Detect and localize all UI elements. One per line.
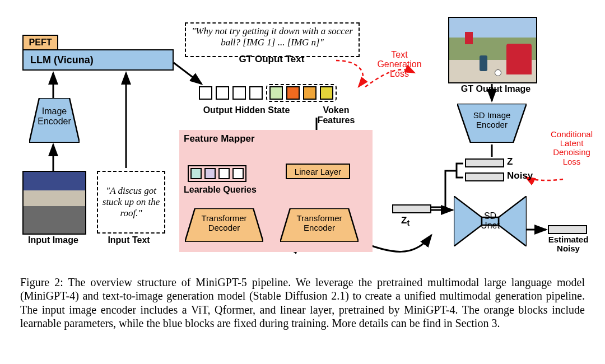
- gt-output-image-label: GT Ouput Image: [448, 84, 543, 94]
- image-encoder-label: Image Encoder: [32, 106, 76, 126]
- input-text-label: Input Text: [98, 235, 160, 245]
- learnable-queries: [188, 165, 246, 182]
- text-generation-loss-label: Text Generation Loss: [369, 50, 430, 78]
- gt-output-image: [448, 17, 537, 83]
- output-hidden-state-label: Output Hidden State: [190, 105, 302, 115]
- sd-unet-label: SD Unet: [469, 212, 511, 231]
- estimated-noisy-bar: [548, 225, 587, 234]
- input-text: "A discus got stuck up on the roof.": [97, 171, 165, 234]
- learnable-queries-label: Learable Queries: [184, 185, 257, 195]
- transformer-encoder-label: Transformer Encoder: [285, 214, 354, 232]
- voken-features-label: Voken Features: [311, 105, 361, 125]
- estimated-noisy-label: Estimated Noisy: [539, 235, 598, 253]
- input-image-label: Input Image: [20, 235, 87, 245]
- noisy-bar: [465, 172, 504, 181]
- figure-caption: Figure 2: The overview structure of Mini…: [20, 276, 585, 330]
- feature-mapper-title: Feature Mapper: [184, 133, 255, 144]
- gt-output-text: "Why not try getting it down with a socc…: [185, 22, 360, 57]
- z-bar: [465, 158, 504, 167]
- sd-image-encoder-label: SD Image Encoder: [459, 111, 524, 129]
- peft-badge: PEFT: [22, 35, 58, 50]
- conditional-loss-label: Conditional Latent Denoising Loss: [542, 130, 601, 166]
- zt-bar: [392, 204, 431, 213]
- z-label: Z: [507, 156, 513, 167]
- input-image: [22, 171, 86, 235]
- voken-group: [266, 84, 337, 102]
- linear-layer: Linear Layer: [286, 164, 350, 179]
- gt-output-text-label: GT Ouput Text: [199, 54, 345, 65]
- llm-block: LLM (Vicuna): [22, 49, 174, 71]
- transformer-decoder-label: Transformer Decoder: [189, 214, 259, 232]
- noisy-label: Noisy: [507, 170, 533, 181]
- zt-label: Zt: [401, 215, 409, 227]
- output-hidden-state: [199, 84, 361, 102]
